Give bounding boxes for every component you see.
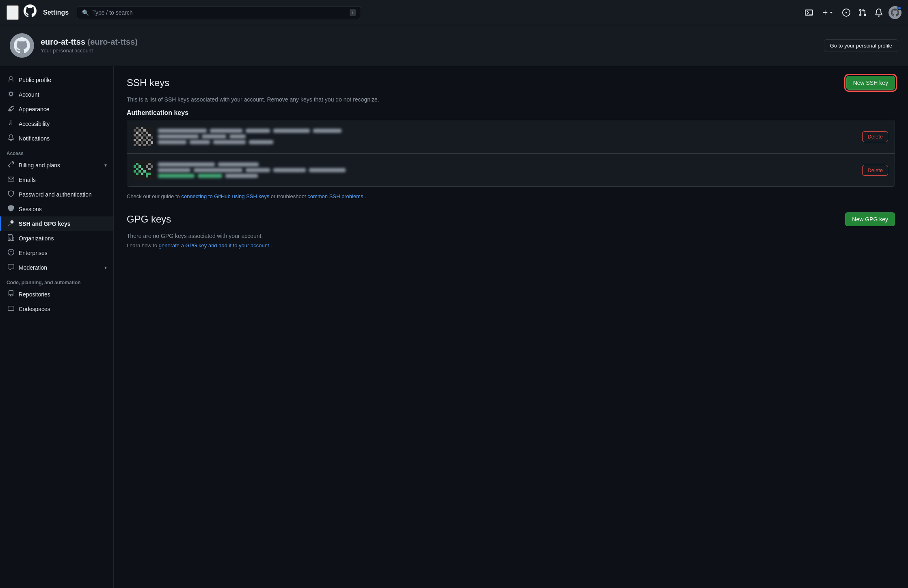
sidebar-label-codespaces: Codespaces — [19, 306, 50, 312]
terminal-button[interactable] — [802, 6, 815, 19]
delete-key-button-2[interactable]: Delete — [862, 165, 888, 176]
svg-rect-1 — [136, 127, 138, 129]
svg-rect-27 — [143, 144, 146, 146]
table-row: Delete — [127, 120, 895, 153]
sidebar-item-emails[interactable]: Emails — [0, 173, 113, 187]
organization-icon — [7, 234, 15, 242]
sidebar-item-sessions[interactable]: Sessions — [0, 202, 113, 216]
svg-rect-7 — [141, 132, 143, 134]
codespace-icon — [7, 305, 15, 313]
svg-rect-43 — [151, 165, 153, 168]
sidebar-item-appearance[interactable]: Appearance — [0, 102, 113, 117]
sidebar-item-codespaces[interactable]: Codespaces — [0, 302, 113, 316]
create-button[interactable] — [819, 7, 837, 18]
broadcast-icon — [7, 205, 15, 213]
sidebar-label-moderation: Moderation — [19, 264, 47, 271]
svg-rect-16 — [151, 136, 153, 139]
svg-rect-39 — [141, 173, 143, 175]
sidebar-item-moderation[interactable]: Moderation ▾ — [0, 260, 113, 275]
no-gpg-text: There are no GPG keys associated with yo… — [127, 233, 895, 239]
svg-rect-10 — [138, 134, 141, 136]
svg-rect-34 — [141, 168, 143, 170]
globe-icon — [7, 249, 15, 257]
ssh-header: SSH keys New SSH key — [127, 76, 895, 90]
svg-rect-42 — [146, 165, 148, 168]
code-section-label: Code, planning, and automation — [0, 275, 113, 287]
sidebar-label-repositories: Repositories — [19, 291, 50, 298]
chevron-down-icon: ▾ — [104, 162, 107, 168]
topnav: ☰ Settings 🔍 Type / to search / — [0, 0, 908, 25]
sidebar-label-emails: Emails — [19, 177, 36, 183]
svg-rect-28 — [148, 144, 151, 146]
sidebar-item-password[interactable]: Password and authentication — [0, 187, 113, 202]
sidebar-item-notifications[interactable]: Notifications — [0, 131, 113, 146]
profile-name-block: euro-at-ttss (euro-at-ttss) Your persona… — [41, 37, 138, 54]
sidebar-item-ssh-gpg[interactable]: SSH and GPG keys — [0, 216, 113, 231]
goto-profile-button[interactable]: Go to your personal profile — [824, 39, 898, 52]
svg-rect-36 — [138, 170, 141, 173]
profile-header: euro-at-ttss (euro-at-ttss) Your persona… — [0, 25, 908, 66]
user-avatar[interactable] — [889, 6, 902, 19]
svg-rect-19 — [143, 139, 146, 141]
ssh-description: This is a list of SSH keys associated wi… — [127, 96, 895, 103]
gpg-learn-link[interactable]: generate a GPG key and add it to your ac… — [159, 242, 269, 249]
svg-rect-32 — [138, 165, 141, 168]
svg-rect-40 — [146, 173, 148, 175]
sidebar-item-enterprises[interactable]: Enterprises — [0, 246, 113, 260]
svg-rect-30 — [136, 163, 138, 165]
sidebar-item-public-profile[interactable]: Public profile — [0, 73, 113, 87]
new-gpg-key-button[interactable]: New GPG key — [845, 212, 895, 226]
access-section-label: Access — [0, 146, 113, 158]
svg-rect-46 — [148, 173, 151, 175]
new-ssh-key-button[interactable]: New SSH key — [846, 76, 895, 90]
svg-rect-5 — [143, 129, 146, 132]
sidebar-label-accessibility: Accessibility — [19, 121, 50, 127]
sidebar-item-billing[interactable]: Billing and plans ▾ — [0, 158, 113, 173]
sidebar-label-password: Password and authentication — [19, 191, 92, 198]
guide-text: Check out our guide to connecting to Git… — [127, 193, 895, 199]
sidebar-label-sessions: Sessions — [19, 206, 42, 212]
delete-key-button-1[interactable]: Delete — [862, 131, 888, 142]
sidebar-label-organizations: Organizations — [19, 235, 54, 242]
topnav-right — [802, 6, 902, 19]
sidebar-item-accessibility[interactable]: Accessibility — [0, 117, 113, 131]
key-avatar-2 — [134, 160, 153, 180]
svg-rect-26 — [138, 144, 141, 146]
profile-sub: Your personal account — [41, 48, 138, 54]
search-box[interactable]: 🔍 Type / to search / — [77, 6, 361, 19]
sidebar-item-account[interactable]: Account — [0, 87, 113, 102]
repo-icon — [7, 290, 15, 298]
accessibility-icon — [7, 120, 15, 128]
table-row: Delete — [127, 153, 895, 186]
sidebar-label-billing: Billing and plans — [19, 162, 60, 169]
svg-rect-15 — [146, 136, 148, 139]
sidebar-item-organizations[interactable]: Organizations — [0, 231, 113, 246]
svg-rect-44 — [148, 168, 151, 170]
gpg-section: GPG keys New GPG key There are no GPG ke… — [127, 212, 895, 249]
gpg-title: GPG keys — [127, 214, 171, 225]
svg-rect-4 — [138, 129, 141, 132]
issues-button[interactable] — [840, 6, 853, 19]
svg-rect-38 — [136, 173, 138, 175]
svg-rect-9 — [134, 134, 136, 136]
sidebar-item-repositories[interactable]: Repositories — [0, 287, 113, 302]
svg-rect-25 — [134, 144, 136, 146]
avatar — [10, 33, 34, 58]
ssh-guide-link[interactable]: connecting to GitHub using SSH keys — [181, 193, 269, 199]
search-icon: 🔍 — [82, 9, 89, 16]
sidebar-label-ssh-gpg: SSH and GPG keys — [19, 220, 71, 227]
pullrequests-button[interactable] — [856, 6, 869, 19]
layout: Public profile Account Appearance Access… — [0, 66, 908, 588]
ssh-title: SSH keys — [127, 77, 169, 89]
sidebar-label-appearance: Appearance — [19, 106, 50, 112]
auth-keys-label: Authentication keys — [127, 109, 895, 117]
svg-rect-11 — [143, 134, 146, 136]
gear-icon — [7, 91, 15, 99]
notifications-button[interactable] — [872, 6, 885, 19]
key-info-2 — [158, 162, 857, 178]
svg-rect-17 — [134, 139, 136, 141]
search-placeholder: Type / to search — [92, 9, 346, 16]
bell-icon — [7, 134, 15, 143]
hamburger-button[interactable]: ☰ — [6, 5, 19, 20]
ssh-problems-link[interactable]: common SSH problems — [307, 193, 363, 199]
